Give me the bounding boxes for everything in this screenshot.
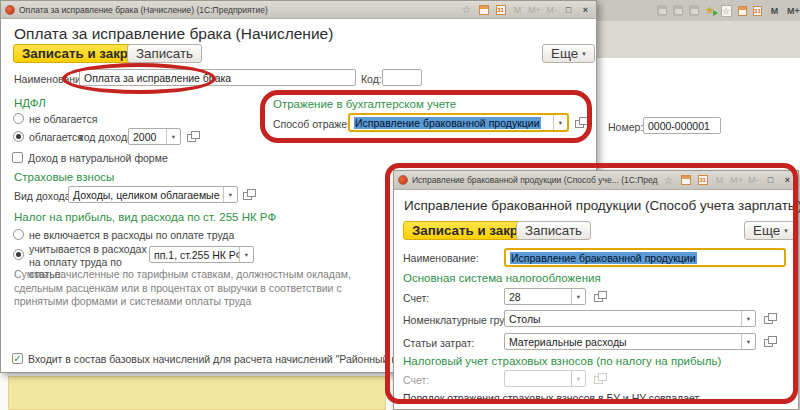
background-header-band xyxy=(597,21,800,58)
chevron-down-icon: ▾ xyxy=(784,227,788,235)
name-value: Оплата за исправление брака xyxy=(80,72,355,84)
open-icon[interactable] xyxy=(241,187,256,202)
dialog-name-value: Исправление бракованной продукции xyxy=(506,252,784,264)
ndfl-header: НДФЛ xyxy=(14,97,46,109)
history-button[interactable]: М xyxy=(511,3,524,16)
dropdown-icon[interactable]: ▾ xyxy=(741,334,755,349)
more-button[interactable]: Еще▾ xyxy=(542,44,595,63)
number-field[interactable]: 0000-000001 xyxy=(643,117,721,134)
insurance-header: Страховые взносы xyxy=(14,171,114,183)
income-type-value: Доходы, целиком облагаемые страхов xyxy=(69,189,223,201)
dropdown-icon[interactable]: ▾ xyxy=(166,129,180,144)
background-toolbar: ★ ☆ 31 М М+ xyxy=(597,0,800,21)
history-minus-button[interactable]: М- xyxy=(545,3,558,16)
radio-not-taxed-label[interactable]: не облагается xyxy=(29,113,97,125)
calendar-icon[interactable] xyxy=(679,174,692,187)
favorites-icon[interactable]: ☆ xyxy=(721,5,732,17)
dialog-window-title: Исправление бракованной продукции (Спосо… xyxy=(412,175,658,185)
close-button[interactable]: × xyxy=(781,174,794,187)
history-minus-button[interactable]: М- xyxy=(747,174,760,187)
account-value: 28 xyxy=(505,291,571,303)
save-label: Записать xyxy=(525,223,582,238)
article-value: пп.1, ст.255 НК РФ xyxy=(150,249,239,261)
history-plus-button[interactable]: М+ xyxy=(787,4,800,17)
save-label: Записать xyxy=(136,46,193,61)
insurance-tax-header: Налоговый учет страховых взносов (по нал… xyxy=(403,355,721,367)
base-accruals-checkbox[interactable]: ✓ xyxy=(12,353,23,364)
calendar-31-icon[interactable]: 31 xyxy=(696,174,709,187)
chevron-down-icon: ▾ xyxy=(582,50,586,58)
maximize-button[interactable]: □ xyxy=(764,174,777,187)
dropdown-icon[interactable]: ▾ xyxy=(741,311,755,326)
account-combo[interactable]: 28 ▾ xyxy=(504,288,586,305)
dialog-heading: Исправление бракованной продукции (Спосо… xyxy=(404,198,800,213)
cost-item-combo[interactable]: Материальные расходы ▾ xyxy=(504,333,756,350)
code-field[interactable] xyxy=(382,69,422,86)
natural-income-label[interactable]: Доход в натуральной форме xyxy=(28,152,168,164)
radio-not-taxed[interactable] xyxy=(13,113,24,124)
main-window-title: Оплата за исправление брака (Начисление)… xyxy=(19,5,456,15)
add-favorite-icon[interactable]: ★ xyxy=(705,5,715,16)
dropdown-icon[interactable]: ▾ xyxy=(571,289,585,304)
name-field[interactable]: Оплата за исправление брака xyxy=(79,69,356,86)
maximize-button[interactable]: □ xyxy=(562,3,575,16)
cost-item-value: Материальные расходы xyxy=(505,336,741,348)
print-icon[interactable] xyxy=(673,5,683,16)
dialog-titlebar[interactable]: Исправление бракованной продукции (Спосо… xyxy=(394,171,798,190)
history-button[interactable]: М xyxy=(768,4,781,17)
calendar-icon[interactable] xyxy=(738,6,747,16)
income-type-label: Вид дохода: xyxy=(14,190,73,202)
history-button[interactable]: М xyxy=(713,174,726,187)
dropdown-icon[interactable]: ▾ xyxy=(223,187,237,202)
dropdown-icon[interactable]: ▾ xyxy=(553,115,567,130)
calendar-icon[interactable] xyxy=(477,3,490,16)
open-icon[interactable] xyxy=(185,129,200,144)
cost-item-label: Статьи затрат: xyxy=(403,337,474,349)
favorites-icon[interactable]: ☆ xyxy=(662,174,675,187)
dialog-more-button[interactable]: Еще▾ xyxy=(744,221,797,240)
number-label: Номер: xyxy=(608,121,643,133)
main-heading: Оплата за исправление брака (Начисление) xyxy=(14,25,333,43)
open-icon[interactable] xyxy=(573,115,588,130)
radio-not-included-label[interactable]: не включается в расходы по оплате труда xyxy=(29,229,234,241)
main-titlebar[interactable]: Оплата за исправление брака (Начисление)… xyxy=(1,1,596,19)
insurance-account-label: Счет: xyxy=(403,374,429,386)
calendar-31-icon[interactable]: 31 xyxy=(494,3,507,16)
natural-income-checkbox[interactable] xyxy=(12,152,23,163)
dropdown-icon[interactable]: ▾ xyxy=(239,247,253,262)
insurance-account-combo[interactable]: ▾ xyxy=(504,370,586,387)
nomenclature-combo[interactable]: Столы ▾ xyxy=(504,310,756,327)
open-icon[interactable] xyxy=(762,311,777,326)
close-button[interactable]: × xyxy=(579,3,592,16)
open-icon[interactable] xyxy=(762,334,777,349)
radio-taxed-label[interactable]: облагается xyxy=(29,131,83,143)
background-panel-yellow xyxy=(8,376,386,410)
calendar-31-icon[interactable]: 31 xyxy=(753,6,762,16)
open-icon[interactable] xyxy=(592,289,607,304)
radio-not-included[interactable] xyxy=(13,229,24,240)
number-value: 0000-000001 xyxy=(644,120,720,132)
history-plus-button[interactable]: М+ xyxy=(528,3,541,16)
income-type-combo[interactable]: Доходы, целиком облагаемые страхов ▾ xyxy=(68,186,238,203)
radio-included[interactable] xyxy=(13,249,24,260)
save-button[interactable]: Записать xyxy=(127,44,202,63)
history-plus-button[interactable]: М+ xyxy=(730,174,743,187)
nomenclature-value: Столы xyxy=(505,313,741,325)
reflection-method-value: Исправление бракованной продукции xyxy=(350,117,553,129)
reflection-method-combo[interactable]: Исправление бракованной продукции ▾ xyxy=(348,113,569,132)
account-label: Счет: xyxy=(403,292,429,304)
save-icon[interactable] xyxy=(657,5,667,16)
article-combo[interactable]: пп.1, ст.255 НК РФ ▾ xyxy=(149,246,254,263)
more-label: Еще xyxy=(753,223,780,238)
copy-icon[interactable] xyxy=(689,5,699,16)
profit-tax-header: Налог на прибыль, вид расхода по ст. 255… xyxy=(14,211,276,223)
radio-taxed[interactable] xyxy=(13,131,24,142)
dialog-name-field[interactable]: Исправление бракованной продукции xyxy=(504,248,786,267)
favorites-icon[interactable]: ☆ xyxy=(460,3,473,16)
profit-tax-description: Суммы, начисленные по тарифным ставкам, … xyxy=(14,268,378,309)
open-icon xyxy=(592,371,607,386)
dialog-save-button[interactable]: Записать xyxy=(516,221,591,240)
insurance-note: Порядок отражения страховых взносов в БУ… xyxy=(403,392,699,404)
dialog-name-label: Наименование: xyxy=(403,252,479,264)
income-code-combo[interactable]: 2000 ▾ xyxy=(128,128,181,145)
